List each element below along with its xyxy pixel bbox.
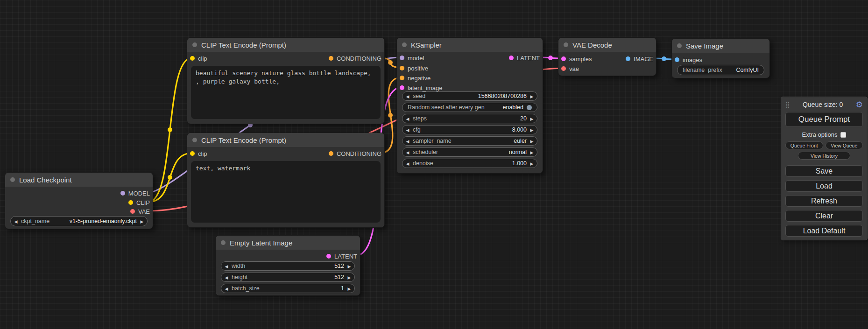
settings-gear-icon[interactable] — [856, 101, 863, 109]
node-title: Empty Latent Image — [230, 239, 292, 247]
refresh-button[interactable]: Refresh — [785, 195, 863, 207]
extra-options-checkbox[interactable] — [840, 132, 846, 138]
increment-arrow-icon[interactable] — [527, 126, 537, 133]
clip-input-port[interactable] — [190, 151, 195, 156]
increment-arrow-icon[interactable] — [527, 93, 537, 99]
load-default-button[interactable]: Load Default — [785, 225, 863, 237]
slot-label: positive — [408, 65, 428, 72]
prompt-textarea[interactable]: text, watermark — [191, 161, 381, 223]
node-titlebar[interactable]: Load Checkpoint — [5, 173, 153, 187]
view-history-button[interactable]: View History — [798, 152, 850, 160]
decrement-arrow-icon[interactable] — [402, 126, 413, 133]
node-vae-decode[interactable]: VAE Decode samples vae IMAGE — [558, 37, 656, 76]
clear-button[interactable]: Clear — [785, 210, 863, 222]
node-ksampler[interactable]: KSampler model positive negative latent_… — [396, 37, 543, 174]
graph-canvas[interactable]: Load Checkpoint MODEL CLIP VAE ckpt_name… — [0, 0, 868, 329]
node-title: CLIP Text Encode (Prompt) — [201, 41, 286, 49]
positive-input-port[interactable] — [400, 66, 404, 70]
widget-label: denoise — [413, 160, 433, 167]
widget-steps[interactable]: steps 20 — [402, 114, 537, 123]
clip-input-port[interactable] — [190, 56, 195, 61]
collapse-toggle-icon[interactable] — [10, 177, 15, 182]
latent-image-input-port[interactable] — [400, 85, 404, 90]
widget-filename-prefix[interactable]: filename_prefix ComfyUI — [677, 65, 764, 75]
widget-cfg[interactable]: cfg 8.000 — [402, 125, 537, 134]
collapse-toggle-icon[interactable] — [192, 138, 197, 142]
decrement-arrow-icon[interactable] — [221, 274, 232, 280]
input-slot-samples: samples — [561, 54, 592, 63]
increment-arrow-icon[interactable] — [344, 274, 354, 280]
node-titlebar[interactable]: CLIP Text Encode (Prompt) — [187, 38, 384, 52]
node-titlebar[interactable]: KSampler — [397, 38, 543, 52]
link-midpoint-dot — [662, 56, 666, 61]
increment-arrow-icon[interactable] — [527, 149, 537, 155]
latent-output-port[interactable] — [509, 56, 514, 60]
input-slot-positive: positive — [400, 63, 428, 73]
view-queue-button[interactable]: View Queue — [826, 141, 863, 149]
decrement-arrow-icon[interactable] — [11, 218, 21, 224]
drag-handle-icon[interactable] — [785, 100, 790, 109]
node-titlebar[interactable]: VAE Decode — [558, 38, 656, 52]
comfy-menu[interactable]: Queue size: 0 Queue Prompt Extra options… — [781, 97, 868, 240]
decrement-arrow-icon[interactable] — [402, 93, 413, 99]
decrement-arrow-icon[interactable] — [402, 115, 413, 122]
increment-arrow-icon[interactable] — [527, 138, 537, 144]
decrement-arrow-icon[interactable] — [402, 138, 413, 144]
image-output-port[interactable] — [626, 56, 630, 61]
node-clip-text-encode-positive[interactable]: CLIP Text Encode (Prompt) clip CONDITION… — [187, 37, 385, 124]
increment-arrow-icon[interactable] — [137, 218, 147, 224]
load-button[interactable]: Load — [785, 180, 863, 192]
widget-sampler-name[interactable]: sampler_name euler — [402, 136, 537, 146]
node-load-checkpoint[interactable]: Load Checkpoint MODEL CLIP VAE ckpt_name… — [5, 172, 153, 229]
collapse-toggle-icon[interactable] — [677, 43, 682, 48]
widget-width[interactable]: width 512 — [221, 261, 355, 271]
node-titlebar[interactable]: Empty Latent Image — [216, 236, 360, 250]
widget-seed[interactable]: seed 156680208700286 — [402, 91, 537, 101]
node-titlebar[interactable]: CLIP Text Encode (Prompt) — [187, 133, 384, 147]
vae-input-port[interactable] — [561, 66, 566, 71]
increment-arrow-icon[interactable] — [527, 160, 537, 167]
images-input-port[interactable] — [675, 57, 679, 62]
model-input-port[interactable] — [400, 56, 404, 60]
node-title: CLIP Text Encode (Prompt) — [201, 136, 286, 144]
widget-random-seed-toggle[interactable]: Random seed after every gen enabled — [402, 103, 537, 112]
node-clip-text-encode-negative[interactable]: CLIP Text Encode (Prompt) clip CONDITION… — [187, 133, 385, 228]
menu-header: Queue size: 0 — [785, 100, 863, 109]
widget-value: v1-5-pruned-emaonly.ckpt — [70, 218, 137, 224]
vae-output-port[interactable] — [130, 209, 135, 214]
increment-arrow-icon[interactable] — [527, 115, 537, 122]
collapse-toggle-icon[interactable] — [402, 42, 407, 47]
queue-prompt-button[interactable]: Queue Prompt — [785, 112, 863, 127]
conditioning-output-port[interactable] — [329, 151, 333, 156]
toggle-on-indicator[interactable] — [527, 105, 532, 110]
node-save-image[interactable]: Save Image images filename_prefix ComfyU… — [671, 38, 770, 78]
conditioning-output-port[interactable] — [329, 56, 333, 61]
negative-input-port[interactable] — [400, 76, 404, 80]
node-titlebar[interactable]: Save Image — [672, 39, 769, 53]
increment-arrow-icon[interactable] — [344, 263, 354, 269]
latent-output-port[interactable] — [326, 254, 331, 259]
widget-scheduler[interactable]: scheduler normal — [402, 147, 537, 157]
collapse-toggle-icon[interactable] — [564, 42, 568, 47]
decrement-arrow-icon[interactable] — [402, 149, 413, 155]
clip-output-port[interactable] — [128, 200, 133, 205]
model-output-port[interactable] — [120, 191, 125, 196]
node-empty-latent-image[interactable]: Empty Latent Image LATENT width 512 heig… — [215, 235, 360, 296]
decrement-arrow-icon[interactable] — [221, 285, 232, 292]
decrement-arrow-icon[interactable] — [402, 160, 413, 167]
prompt-textarea[interactable]: beautiful scenery nature glass bottle la… — [191, 66, 381, 119]
collapse-toggle-icon[interactable] — [192, 42, 197, 47]
widget-ckpt-name[interactable]: ckpt_name v1-5-pruned-emaonly.ckpt — [10, 216, 148, 226]
widget-height[interactable]: height 512 — [221, 273, 355, 282]
queue-front-button[interactable]: Queue Front — [785, 141, 823, 149]
widget-value: euler — [514, 138, 527, 144]
save-button[interactable]: Save — [785, 165, 863, 177]
widget-denoise[interactable]: denoise 1.000 — [402, 159, 537, 168]
widget-batch-size[interactable]: batch_size 1 — [221, 284, 355, 293]
samples-input-port[interactable] — [561, 56, 566, 61]
decrement-arrow-icon[interactable] — [221, 263, 232, 269]
increment-arrow-icon[interactable] — [344, 285, 354, 292]
collapse-toggle-icon[interactable] — [221, 240, 226, 245]
slot-label: vae — [569, 65, 579, 72]
widget-value: 8.000 — [512, 126, 527, 133]
